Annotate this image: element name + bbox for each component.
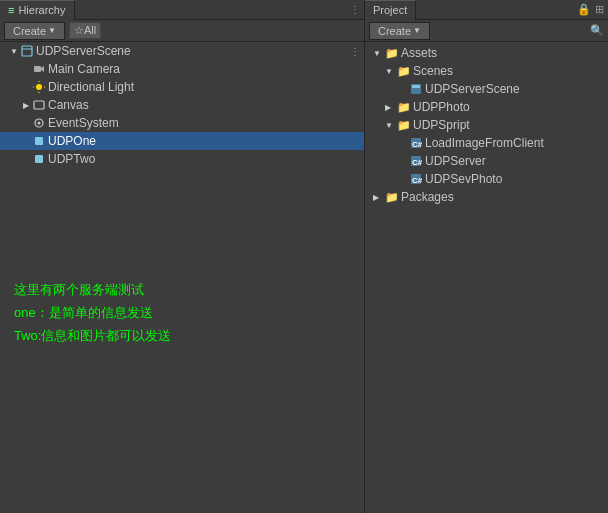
project-create-dropdown-icon: ▼ — [413, 26, 421, 35]
hierarchy-filter-all[interactable]: ☆All — [69, 22, 101, 39]
svg-rect-15 — [412, 85, 420, 88]
hierarchy-tab-label: Hierarchy — [18, 4, 65, 16]
packages-arrow[interactable]: ▶ — [373, 193, 385, 202]
scene-arrow-icon[interactable]: ▼ — [8, 45, 20, 57]
udpserver-script-icon: C# — [409, 154, 423, 168]
svg-text:C#: C# — [412, 140, 422, 149]
project-bottom-area — [365, 313, 608, 513]
proj-udpphoto[interactable]: ▶ 📁 UDPPhoto — [365, 98, 608, 116]
tree-item-eventsystem[interactable]: EventSystem — [0, 114, 364, 132]
udpone-label: UDPOne — [48, 134, 96, 148]
camera-icon — [32, 62, 46, 76]
eventsystem-label: EventSystem — [48, 116, 119, 130]
svg-point-4 — [36, 84, 42, 90]
svg-text:C#: C# — [412, 158, 422, 167]
udptwo-label: UDPTwo — [48, 152, 95, 166]
udpsevphoto-script-icon: C# — [409, 172, 423, 186]
tree-item-scene[interactable]: ▼ UDPServerScene ⋮ — [0, 42, 364, 60]
canvas-label: Canvas — [48, 98, 89, 112]
project-create-label: Create — [378, 25, 411, 37]
eventsystem-arrow-icon — [20, 117, 32, 129]
scene-options-icon[interactable]: ⋮ — [350, 46, 360, 57]
serverscene-label: UDPServerScene — [425, 82, 520, 96]
udpserver-label: UDPServer — [425, 154, 486, 168]
svg-point-11 — [38, 122, 41, 125]
light-arrow-icon — [20, 81, 32, 93]
udpspript-label: UDPSpript — [413, 118, 470, 132]
proj-udpspript[interactable]: ▼ 📁 UDPSpript — [365, 116, 608, 134]
create-dropdown-icon: ▼ — [48, 26, 56, 35]
project-tab-bar: Project 🔒 ⊞ — [365, 0, 608, 20]
serverscene-icon — [409, 82, 423, 96]
canvas-icon — [32, 98, 46, 112]
tree-item-canvas[interactable]: ▶ Canvas — [0, 96, 364, 114]
project-header-actions: 🔒 ⊞ — [577, 3, 608, 16]
udpphoto-folder-icon: 📁 — [397, 100, 411, 114]
assets-arrow[interactable]: ▼ — [373, 49, 385, 58]
light-icon — [32, 80, 46, 94]
hierarchy-create-button[interactable]: Create ▼ — [4, 22, 65, 40]
eventsystem-icon — [32, 116, 46, 130]
camera-arrow-icon — [20, 63, 32, 75]
filter-all-label: ☆All — [74, 24, 96, 36]
loadimage-label: LoadImageFromClient — [425, 136, 544, 150]
hierarchy-panel: ≡ Hierarchy ⋮ Create ▼ ☆All ▼ UDPServerS… — [0, 0, 365, 513]
info-line-2: one：是简单的信息发送 — [14, 301, 350, 324]
svg-rect-9 — [34, 101, 44, 109]
project-create-button[interactable]: Create ▼ — [369, 22, 430, 40]
proj-assets[interactable]: ▼ 📁 Assets — [365, 44, 608, 62]
packages-folder-icon: 📁 — [385, 190, 399, 204]
proj-loadimage[interactable]: C# LoadImageFromClient — [365, 134, 608, 152]
camera-label: Main Camera — [48, 62, 120, 76]
project-search-area: 🔍 — [590, 24, 604, 38]
tree-item-directional-light[interactable]: Directional Light — [0, 78, 364, 96]
hierarchy-menu-icon[interactable]: ⋮ — [350, 4, 364, 15]
tree-item-udpone[interactable]: UDPOne — [0, 132, 364, 150]
tree-item-main-camera[interactable]: Main Camera — [0, 60, 364, 78]
assets-folder-icon: 📁 — [385, 46, 399, 60]
hierarchy-tab-icon: ≡ — [8, 4, 14, 16]
scene-obj-icon — [20, 44, 34, 58]
proj-udpserver[interactable]: C# UDPServer — [365, 152, 608, 170]
svg-text:C#: C# — [412, 176, 422, 185]
hierarchy-toolbar: Create ▼ ☆All — [0, 20, 364, 42]
project-columns-icon[interactable]: ⊞ — [595, 3, 604, 16]
project-toolbar: Create ▼ 🔍 — [365, 20, 608, 42]
assets-label: Assets — [401, 46, 437, 60]
tree-item-udptwo[interactable]: UDPTwo — [0, 150, 364, 168]
project-tree: ▼ 📁 Assets ▼ 📁 Scenes UDPServerScene ▶ 📁… — [365, 42, 608, 313]
loadimage-script-icon: C# — [409, 136, 423, 150]
info-area: 这里有两个服务端测试 one：是简单的信息发送 Two:信息和图片都可以发送 — [0, 268, 364, 514]
svg-marker-3 — [41, 66, 44, 72]
udpphoto-label: UDPPhoto — [413, 100, 470, 114]
svg-rect-2 — [34, 66, 41, 72]
proj-packages[interactable]: ▶ 📁 Packages — [365, 188, 608, 206]
project-tab[interactable]: Project — [365, 0, 416, 20]
scenes-folder-icon: 📁 — [397, 64, 411, 78]
project-search-icon[interactable]: 🔍 — [590, 24, 604, 38]
udpspript-folder-icon: 📁 — [397, 118, 411, 132]
udptwo-arrow-icon — [20, 153, 32, 165]
udpspript-arrow[interactable]: ▼ — [385, 121, 397, 130]
info-line-1: 这里有两个服务端测试 — [14, 278, 350, 301]
proj-udpserverscene[interactable]: UDPServerScene — [365, 80, 608, 98]
svg-rect-13 — [35, 155, 43, 163]
proj-udpsevphoto[interactable]: C# UDPSevPhoto — [365, 170, 608, 188]
packages-label: Packages — [401, 190, 454, 204]
project-tab-label: Project — [373, 4, 407, 16]
svg-rect-12 — [35, 137, 43, 145]
project-panel: Project 🔒 ⊞ Create ▼ 🔍 ▼ 📁 Assets ▼ 📁 — [365, 0, 608, 513]
udptwo-icon — [32, 152, 46, 166]
scenes-arrow[interactable]: ▼ — [385, 67, 397, 76]
udpone-arrow-icon — [20, 135, 32, 147]
project-lock-icon[interactable]: 🔒 — [577, 3, 591, 16]
hierarchy-tab[interactable]: ≡ Hierarchy — [0, 0, 75, 20]
scenes-label: Scenes — [413, 64, 453, 78]
hierarchy-tree: ▼ UDPServerScene ⋮ Main Camera Direction… — [0, 42, 364, 268]
canvas-arrow-icon[interactable]: ▶ — [20, 99, 32, 111]
udpphoto-arrow[interactable]: ▶ — [385, 103, 397, 112]
proj-scenes[interactable]: ▼ 📁 Scenes — [365, 62, 608, 80]
scene-label: UDPServerScene — [36, 44, 131, 58]
info-line-4: Two:信息和图片都可以发送 — [14, 324, 350, 347]
svg-rect-0 — [22, 46, 32, 56]
